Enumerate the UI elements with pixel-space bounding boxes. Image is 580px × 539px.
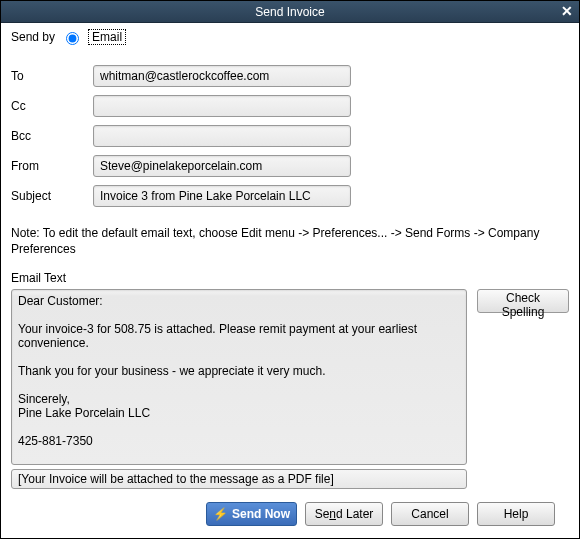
send-now-button[interactable]: ⚡ Send Now: [206, 502, 297, 526]
from-label: From: [11, 159, 93, 173]
subject-input[interactable]: [93, 185, 351, 207]
to-label: To: [11, 69, 93, 83]
send-by-label: Send by: [11, 30, 55, 44]
content-area: Send by Email To Cc Bcc From Subject Not…: [1, 23, 579, 538]
close-icon[interactable]: ✕: [561, 3, 573, 19]
bcc-label: Bcc: [11, 129, 93, 143]
send-later-button[interactable]: Send Later: [305, 502, 383, 526]
lightning-icon: ⚡: [213, 507, 228, 521]
bcc-input[interactable]: [93, 125, 351, 147]
window-title: Send Invoice: [255, 5, 324, 19]
cc-label: Cc: [11, 99, 93, 113]
to-input[interactable]: [93, 65, 351, 87]
send-by-row: Send by Email: [11, 29, 569, 45]
send-by-email-option[interactable]: Email: [88, 29, 126, 45]
button-bar: ⚡ Send Now Send Later Cancel Help: [11, 492, 569, 538]
preferences-note: Note: To edit the default email text, ch…: [11, 225, 569, 257]
subject-label: Subject: [11, 189, 93, 203]
from-input[interactable]: [93, 155, 351, 177]
cancel-button[interactable]: Cancel: [391, 502, 469, 526]
help-button[interactable]: Help: [477, 502, 555, 526]
email-body-textarea[interactable]: [11, 289, 467, 465]
titlebar: Send Invoice ✕: [1, 1, 579, 23]
check-spelling-button[interactable]: Check Spelling: [477, 289, 569, 313]
cc-input[interactable]: [93, 95, 351, 117]
attachment-note: [11, 469, 467, 489]
send-by-email-radio[interactable]: [66, 32, 79, 45]
email-text-label: Email Text: [11, 271, 569, 285]
send-invoice-dialog: Send Invoice ✕ Send by Email To Cc Bcc F…: [0, 0, 580, 539]
